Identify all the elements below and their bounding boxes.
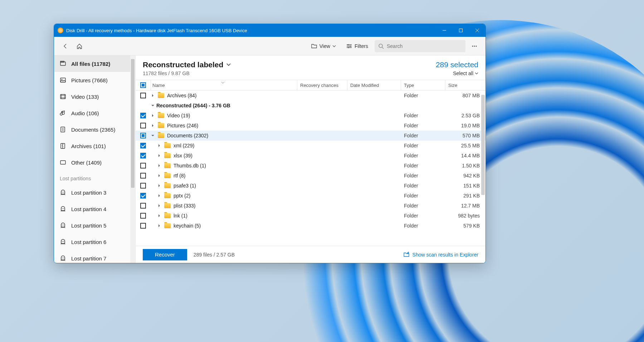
sidebar-item-video[interactable]: Video (133)	[54, 88, 135, 105]
table-row[interactable]: lnk (1) Folder 982 bytes	[136, 211, 486, 221]
recover-button[interactable]: Recover	[143, 249, 187, 260]
row-checkbox[interactable]	[140, 133, 146, 138]
view-dropdown[interactable]: View	[307, 40, 340, 52]
row-checkbox[interactable]	[140, 163, 146, 168]
expand-toggle[interactable]	[157, 224, 161, 228]
folder-icon	[158, 133, 164, 138]
table-row[interactable]: Documents (2302) Folder 570 MB	[136, 131, 486, 141]
table-row[interactable]: Pictures (246) Folder 19.0 MB	[136, 121, 486, 131]
table-row[interactable]: plist (333) Folder 12.7 MB	[136, 201, 486, 211]
expand-toggle[interactable]	[157, 204, 161, 208]
scrollbar-thumb[interactable]	[481, 95, 485, 195]
row-name-label: xml (229)	[174, 143, 194, 148]
row-checkbox[interactable]	[140, 203, 146, 209]
search-input[interactable]	[387, 43, 462, 49]
sidebar-item-partition[interactable]: Lost partition 6	[54, 234, 135, 250]
maximize-button[interactable]	[453, 24, 469, 37]
row-checkbox[interactable]	[140, 123, 146, 128]
sidebar-item-audio[interactable]: Audio (106)	[54, 105, 135, 121]
column-type[interactable]: Type	[401, 80, 445, 90]
table-row[interactable]: rtf (8) Folder 942 KB	[136, 171, 486, 181]
row-checkbox[interactable]	[140, 113, 146, 118]
select-all-button[interactable]: Select all	[436, 70, 478, 76]
expand-toggle[interactable]	[151, 133, 155, 138]
close-button[interactable]	[469, 24, 486, 37]
expand-toggle[interactable]	[157, 184, 161, 188]
chevron-down-icon	[226, 62, 231, 67]
expand-toggle[interactable]	[157, 163, 161, 168]
show-in-explorer-link[interactable]: Show scan results in Explorer	[403, 251, 478, 258]
sidebar-item-docs[interactable]: Documents (2365)	[54, 121, 135, 138]
expand-toggle[interactable]	[157, 143, 161, 148]
titlebar[interactable]: Disk Drill - All recovery methods - Hard…	[54, 24, 486, 37]
sidebar-item-partition[interactable]: Lost partition 5	[54, 217, 135, 234]
row-type: Folder	[401, 153, 445, 158]
sidebar-item-allfiles[interactable]: All files (11782)	[54, 55, 135, 72]
sidebar-item-partition[interactable]: Lost partition 4	[54, 201, 135, 217]
row-checkbox[interactable]	[140, 173, 146, 179]
folder-icon	[164, 173, 171, 178]
chevron-down-icon	[475, 72, 478, 75]
scrollbar[interactable]	[480, 91, 486, 246]
expand-toggle[interactable]	[157, 174, 161, 178]
pictures-icon	[60, 77, 66, 83]
expand-toggle[interactable]	[151, 123, 155, 128]
row-name-label: Pictures (246)	[167, 123, 198, 128]
row-checkbox[interactable]	[140, 223, 146, 229]
sidebar-item-partition[interactable]: Lost partition 7	[54, 250, 135, 263]
svg-point-23	[63, 241, 64, 242]
expand-toggle[interactable]	[157, 214, 161, 218]
home-button[interactable]	[73, 40, 86, 52]
table-row[interactable]: keychain (5) Folder 579 KB	[136, 221, 486, 231]
video-icon	[60, 93, 66, 100]
column-date[interactable]: Date Modified	[347, 80, 401, 90]
expand-toggle[interactable]	[151, 93, 155, 98]
row-checkbox[interactable]	[140, 183, 146, 189]
scrollbar-thumb[interactable]	[131, 59, 135, 188]
explorer-icon	[403, 251, 410, 258]
column-recovery[interactable]: Recovery chances	[297, 80, 347, 90]
row-size: 2.53 GB	[445, 113, 486, 118]
search-icon	[378, 43, 384, 49]
row-checkbox[interactable]	[140, 93, 146, 98]
row-checkbox[interactable]	[140, 153, 146, 158]
expand-toggle[interactable]	[157, 153, 161, 158]
table-row[interactable]: Thumbs.db (1) Folder 1.50 KB	[136, 161, 486, 171]
minimize-button[interactable]	[436, 24, 453, 37]
sidebar-scrollbar[interactable]	[130, 55, 135, 263]
expand-toggle[interactable]	[157, 194, 161, 198]
sidebar-item-label: Archives (101)	[71, 143, 106, 149]
table-row[interactable]: pptx (2) Folder 291 KB	[136, 191, 486, 201]
svg-point-22	[62, 241, 63, 242]
row-type: Folder	[401, 93, 445, 98]
more-button[interactable]	[468, 40, 480, 52]
search-box[interactable]	[375, 40, 465, 52]
row-type: Folder	[401, 183, 445, 189]
column-headers: Name Recovery chances Date Modified Type…	[136, 80, 486, 91]
folder-icon	[164, 153, 171, 158]
maximize-icon	[459, 29, 463, 32]
filters-button[interactable]: Filters	[342, 40, 372, 52]
row-checkbox[interactable]	[140, 213, 146, 219]
expand-toggle[interactable]	[151, 103, 155, 108]
row-checkbox[interactable]	[140, 143, 146, 148]
header-checkbox[interactable]	[140, 82, 146, 88]
table-row[interactable]: Video (19) Folder 2.53 GB	[136, 111, 486, 121]
main-title[interactable]: Reconstructed labeled	[143, 60, 436, 69]
column-size[interactable]: Size	[445, 80, 486, 90]
table-row[interactable]: xlsx (39) Folder 14.4 MB	[136, 151, 486, 161]
column-name[interactable]: Name	[151, 80, 297, 90]
sidebar-item-pictures[interactable]: Pictures (7668)	[54, 72, 135, 88]
row-checkbox[interactable]	[140, 193, 146, 199]
row-size: 982 bytes	[445, 213, 486, 219]
svg-point-18	[62, 208, 63, 209]
sidebar-item-archives[interactable]: Archives (101)	[54, 138, 135, 154]
table-row[interactable]: psafe3 (1) Folder 151 KB	[136, 181, 486, 191]
table-row[interactable]: xml (229) Folder 25.5 MB	[136, 141, 486, 151]
sidebar-item-other[interactable]: Other (1409)	[54, 154, 135, 171]
back-button[interactable]	[59, 40, 71, 52]
table-row[interactable]: Reconstructed (2644) - 3.76 GB	[136, 101, 486, 111]
sidebar-item-partition[interactable]: Lost partition 3	[54, 184, 135, 201]
expand-toggle[interactable]	[151, 113, 155, 118]
table-row[interactable]: Archives (84) Folder 807 MB	[136, 91, 486, 101]
